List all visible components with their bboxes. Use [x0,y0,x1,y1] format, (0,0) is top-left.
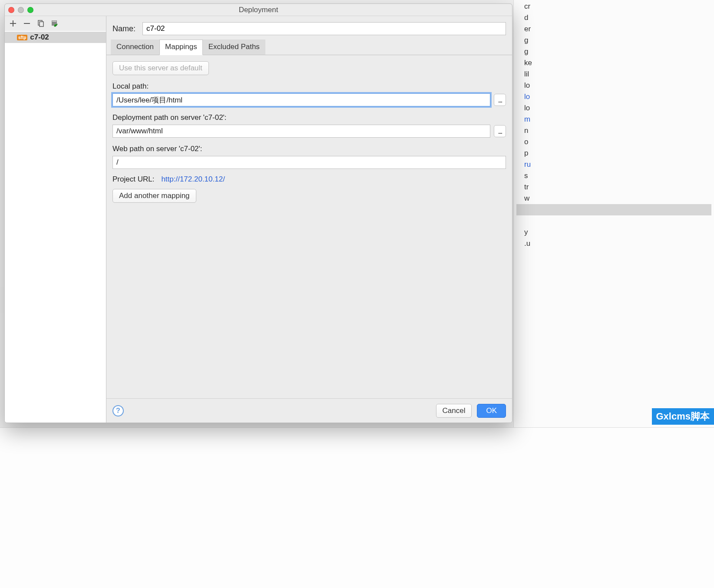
background-list-item[interactable]: ru [516,159,711,170]
deployment-path-input[interactable] [112,125,490,138]
titlebar: Deployment [5,4,512,16]
tab-excluded-paths[interactable]: Excluded Paths [203,40,265,55]
close-window-button[interactable] [8,7,14,13]
background-list-item[interactable]: n [516,125,711,136]
background-bottom-area [0,427,714,588]
background-list-item[interactable]: ke [516,57,711,69]
background-list-item[interactable]: o [516,136,711,148]
dialog-footer: ? Cancel OK [106,398,512,423]
background-list-item[interactable]: w [516,193,711,204]
sidebar-item-c7-02[interactable]: sftp c7-02 [5,32,106,43]
background-list-item[interactable]: lo [516,91,711,102]
name-label: Name: [112,24,136,33]
zoom-window-button[interactable] [27,7,33,13]
background-list-item[interactable]: cr [516,1,711,12]
plus-icon [10,20,16,26]
background-list-item[interactable]: d [516,12,711,23]
local-path-label: Local path: [112,82,506,91]
sidebar-toolbar [5,16,106,31]
tab-connection[interactable]: Connection [111,40,159,55]
help-button[interactable]: ? [112,405,124,416]
server-name-input[interactable] [142,22,506,35]
browse-deployment-path-button[interactable]: ... [494,125,506,137]
background-list-item[interactable]: y [516,227,711,238]
minus-icon [24,20,30,26]
project-url-link[interactable]: http://172.20.10.12/ [161,175,225,184]
background-list-item[interactable]: lil [516,69,711,80]
server-list: sftp c7-02 [5,31,106,423]
copy-server-button[interactable] [36,19,46,28]
mappings-panel: Use this server as default Local path: .… [106,55,512,398]
set-default-button[interactable] [50,19,60,28]
server-sidebar: sftp c7-02 [5,16,106,423]
project-url-label: Project URL: [112,175,154,184]
background-list-item[interactable]: p [516,148,711,159]
use-as-default-button[interactable]: Use this server as default [112,61,209,75]
local-path-input[interactable] [112,93,490,106]
minimize-window-button[interactable] [18,7,24,13]
cancel-button[interactable]: Cancel [436,404,472,418]
svg-rect-2 [40,22,43,26]
window-controls [8,7,33,13]
background-list-item[interactable]: g [516,35,711,46]
background-list-item[interactable] [516,215,711,227]
background-list-item[interactable]: s [516,170,711,182]
background-list-item[interactable]: g [516,46,711,57]
background-list-item[interactable]: lo [516,80,711,91]
tab-mappings[interactable]: Mappings [159,40,203,55]
server-check-icon [51,20,59,27]
main-panel: Name: Connection Mappings Excluded Paths… [106,16,512,423]
copy-icon [37,20,44,27]
background-list-item[interactable]: tr [516,182,711,193]
add-server-button[interactable] [8,19,18,28]
svg-rect-0 [24,23,30,24]
background-list-item[interactable]: m [516,114,711,125]
web-path-label: Web path on server 'c7-02': [112,145,506,153]
window-title: Deployment [5,6,512,14]
watermark-overlay: Gxlcms脚本 [652,408,714,425]
background-list-item[interactable]: er [516,23,711,35]
svg-rect-4 [52,21,56,22]
deployment-dialog: Deployment sftp c7-02 [4,3,512,423]
sidebar-item-label: c7-02 [30,33,49,42]
background-list-item[interactable]: .u [516,238,711,249]
sftp-badge-icon: sftp [17,35,27,40]
ok-button[interactable]: OK [477,404,506,418]
web-path-input[interactable] [112,156,506,169]
background-list-item[interactable] [516,204,711,215]
add-another-mapping-button[interactable]: Add another mapping [112,189,196,203]
scrollbar[interactable] [705,3,713,298]
remove-server-button[interactable] [22,19,32,28]
deployment-path-label: Deployment path on server 'c7-02': [112,113,506,122]
browse-local-path-button[interactable]: ... [494,94,506,106]
tab-bar: Connection Mappings Excluded Paths [106,40,512,55]
background-list-item[interactable]: lo [516,102,711,114]
